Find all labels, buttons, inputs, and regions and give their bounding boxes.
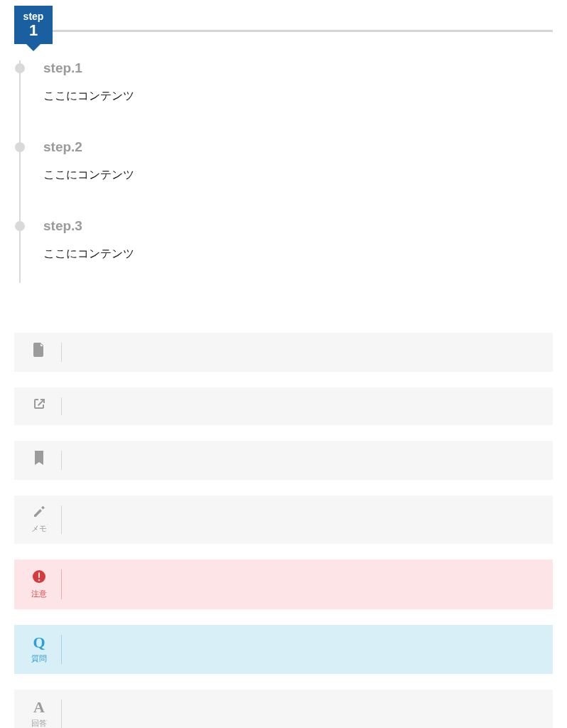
timeline: step.1 ここにコンテンツ step.2 ここにコンテンツ step.3 こ…	[19, 60, 553, 283]
panel-list: メモ 注意 Q 質問 A 回答	[14, 333, 553, 728]
panel-left: 注意	[27, 569, 51, 599]
panel-bookmark	[14, 441, 553, 480]
panel-external	[14, 387, 553, 425]
panel-left: メモ	[27, 505, 51, 534]
a-letter-icon: A	[33, 700, 45, 715]
pencil-icon	[33, 505, 45, 520]
panel-divider	[61, 505, 62, 534]
timeline-item: step.2 ここにコンテンツ	[43, 139, 553, 183]
badge-horizontal-rule	[14, 30, 553, 32]
panel-divider	[61, 451, 62, 470]
panel-left	[27, 397, 51, 415]
step-badge-number: 1	[29, 23, 38, 38]
panel-divider	[61, 700, 62, 728]
panel-document	[14, 333, 553, 372]
panel-left	[27, 451, 51, 470]
timeline-item: step.1 ここにコンテンツ	[43, 60, 553, 104]
document-icon	[33, 343, 45, 359]
timeline-dot-icon	[15, 142, 25, 152]
timeline-item: step.3 ここにコンテンツ	[43, 218, 553, 262]
panel-label: メモ	[31, 523, 47, 534]
panel-answer: A 回答	[14, 690, 553, 728]
step-badge-section: step 1	[14, 0, 553, 60]
timeline-item-content: ここにコンテンツ	[43, 89, 553, 104]
panel-left: Q 質問	[27, 635, 51, 664]
panel-warning: 注意	[14, 560, 553, 609]
exclamation-circle-icon	[32, 569, 46, 586]
timeline-dot-icon	[15, 63, 25, 73]
timeline-dot-icon	[15, 221, 25, 231]
panel-divider	[61, 343, 62, 362]
panel-divider	[61, 569, 62, 599]
q-letter-icon: Q	[33, 635, 45, 651]
panel-left	[27, 343, 51, 362]
panel-label: 質問	[31, 653, 47, 664]
panel-divider	[61, 397, 62, 415]
svg-point-2	[38, 579, 40, 582]
step-badge: step 1	[14, 6, 53, 44]
timeline-item-content: ここにコンテンツ	[43, 247, 553, 262]
panel-question: Q 質問	[14, 625, 553, 674]
panel-divider	[61, 635, 62, 664]
panel-label: 回答	[31, 718, 47, 728]
external-link-icon	[33, 397, 45, 412]
panel-memo: メモ	[14, 496, 553, 544]
timeline-item-title: step.3	[43, 218, 553, 234]
step-badge-label: step	[23, 11, 44, 21]
timeline-item-title: step.2	[43, 139, 553, 155]
bookmark-icon	[33, 451, 45, 467]
timeline-item-content: ここにコンテンツ	[43, 168, 553, 183]
svg-rect-1	[38, 572, 40, 578]
timeline-item-title: step.1	[43, 60, 553, 76]
panel-label: 注意	[31, 589, 47, 599]
panel-left: A 回答	[27, 700, 51, 728]
